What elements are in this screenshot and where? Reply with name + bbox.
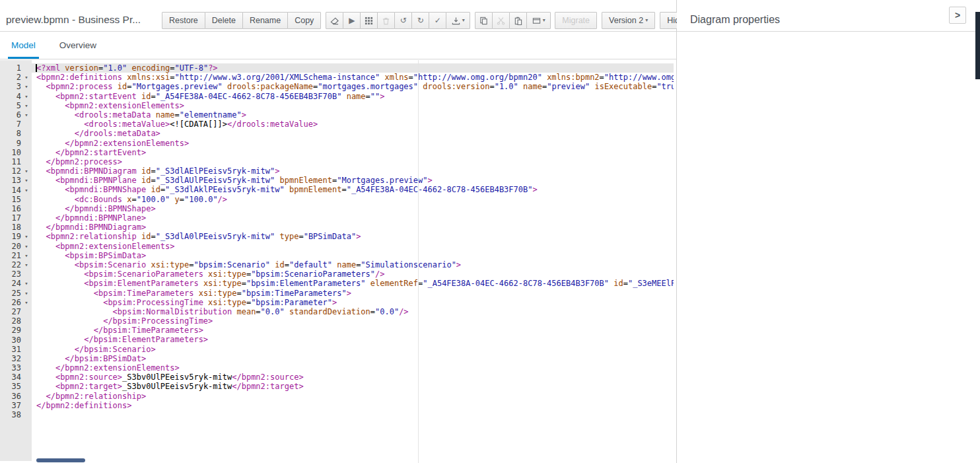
code-line[interactable]: <dc:Bounds x="100.0" y="100.0"/> bbox=[32, 195, 674, 204]
download-icon bbox=[452, 17, 460, 25]
line-number: 31 bbox=[1, 345, 21, 354]
code-line[interactable]: <bpmn2:process id="Mortgages.preview" dr… bbox=[32, 82, 674, 91]
line-number: 16 bbox=[1, 204, 21, 213]
cut-button[interactable] bbox=[492, 12, 510, 29]
caret-down-icon: ▾ bbox=[645, 18, 648, 23]
code-line[interactable]: <bpmndi:BPMNShape id="_S3dlAklPEeisv5ryk… bbox=[32, 185, 674, 194]
version-dropdown[interactable]: Version 2 ▾ bbox=[602, 12, 655, 29]
code-line[interactable]: <bpmn2:extensionElements> bbox=[32, 242, 674, 251]
h-scrollbar-thumb[interactable] bbox=[36, 458, 85, 462]
code-line[interactable]: <bpmndi:BPMNPlane id="_S3dlAUlPEeisv5ryk… bbox=[32, 176, 674, 185]
code-line[interactable]: </bpmn2:extensionElements> bbox=[32, 363, 674, 373]
code-line[interactable]: <bpmn2:startEvent id="_A54FE38A-04EC-466… bbox=[32, 92, 674, 101]
fold-caret-icon[interactable]: ▾ bbox=[21, 280, 32, 287]
dock-handle[interactable] bbox=[975, 12, 980, 79]
fold-caret-icon[interactable]: ▾ bbox=[21, 243, 32, 250]
migrate-button[interactable]: Migrate bbox=[555, 12, 597, 29]
line-number: 9 bbox=[1, 139, 21, 148]
copy-button[interactable]: Copy bbox=[287, 12, 321, 29]
line-number: 4 bbox=[1, 92, 21, 101]
line-number: 13 bbox=[1, 176, 21, 185]
fold-caret-icon[interactable]: ▾ bbox=[21, 168, 32, 174]
paste-button[interactable] bbox=[509, 12, 527, 29]
line-number: 19 bbox=[1, 232, 21, 241]
code-line[interactable]: </bpsim:BPSimDat> bbox=[32, 354, 674, 363]
code-line[interactable]: <drools:metaData name="elementname"> bbox=[32, 110, 674, 120]
copy-icon bbox=[479, 17, 488, 25]
line-number: 25 bbox=[1, 289, 21, 298]
code-line[interactable]: </bpmndi:BPMNShape> bbox=[32, 204, 674, 213]
code-line[interactable]: <?xml version="1.0" encoding="UTF-8"?> bbox=[32, 63, 674, 73]
collapse-panel-button[interactable]: > bbox=[949, 7, 966, 24]
code-line[interactable] bbox=[32, 410, 674, 419]
document-title: preview.bpmn - Business Pr... bbox=[6, 14, 162, 26]
undo-button[interactable]: ↺ bbox=[394, 12, 412, 29]
code-line[interactable]: </bpmn2:relationship> bbox=[32, 392, 674, 401]
line-number: 2 bbox=[1, 73, 21, 82]
code-line[interactable]: </bpmndi:BPMNPlane> bbox=[32, 213, 674, 223]
check-button[interactable]: ✓ bbox=[429, 12, 446, 29]
code-line[interactable]: </drools:metaData> bbox=[32, 129, 674, 138]
code-line[interactable]: <bpmn2:definitions xmlns:xsi="http://www… bbox=[32, 73, 674, 82]
fold-caret-icon[interactable]: ▾ bbox=[21, 252, 32, 259]
line-number: 21 bbox=[1, 251, 21, 260]
properties-title: Diagram properties bbox=[690, 14, 780, 26]
code-line[interactable]: </bpmn2:startEvent> bbox=[32, 148, 674, 157]
code-line[interactable]: </bpmn2:extensionElements> bbox=[32, 139, 674, 148]
xml-source-editor[interactable]: 12▾3▾4▾5▾6▾789101112▾13▾14▾1516171819▾20… bbox=[0, 60, 676, 463]
fold-caret-icon[interactable]: ▾ bbox=[21, 262, 32, 268]
code-line[interactable]: <bpmndi:BPMNDiagram id="_S3dlAElPEeisv5r… bbox=[32, 166, 674, 176]
form-button[interactable]: ▾ bbox=[526, 12, 551, 29]
code-line[interactable]: <bpmn2:target>_S3bv0UlPEeisv5ryk-mitw</b… bbox=[32, 382, 674, 391]
caret-down-icon: ▾ bbox=[462, 18, 465, 23]
trash-button[interactable] bbox=[377, 12, 395, 29]
editor-pane: preview.bpmn - Business Pr... RestoreDel… bbox=[0, 0, 677, 463]
rename-button[interactable]: Rename bbox=[242, 12, 288, 29]
code-line[interactable]: </bpsim:ElementParameters> bbox=[32, 335, 674, 344]
code-line[interactable]: </bpmn2:process> bbox=[32, 157, 674, 166]
code-line[interactable]: <bpmn2:relationship id="_S3dlA0lPEeisv5r… bbox=[32, 232, 674, 241]
code-line[interactable]: <bpsim:Scenario xsi:type="bpsim:Scenario… bbox=[32, 260, 674, 269]
code-line[interactable]: </bpsim:ProcessingTime> bbox=[32, 316, 674, 326]
tab-model[interactable]: Model bbox=[8, 32, 39, 59]
code-line[interactable]: <drools:metaValue><![CDATA[]]></drools:m… bbox=[32, 120, 674, 129]
delete-button[interactable]: Delete bbox=[205, 12, 243, 29]
asset-header: preview.bpmn - Business Pr... RestoreDel… bbox=[0, 0, 676, 32]
redo-icon: ↻ bbox=[417, 17, 424, 24]
code-line[interactable]: <bpmn2:extensionElements> bbox=[32, 101, 674, 110]
tab-overview[interactable]: Overview bbox=[56, 32, 100, 59]
fold-caret-icon[interactable]: ▾ bbox=[21, 102, 32, 109]
code-line[interactable]: </bpmndi:BPMNDiagram> bbox=[32, 223, 674, 232]
code-line[interactable]: <bpsim:ElementParameters xsi:type="bpsim… bbox=[32, 279, 674, 288]
fold-caret-icon[interactable]: ▾ bbox=[21, 187, 32, 194]
line-number: 7 bbox=[1, 120, 21, 129]
code-line[interactable]: </bpsim:TimeParameters> bbox=[32, 326, 674, 335]
download-button[interactable]: ▾ bbox=[446, 12, 470, 29]
paste-icon bbox=[514, 17, 522, 25]
play-button[interactable]: ▶ bbox=[343, 12, 361, 29]
fold-caret-icon[interactable]: ▾ bbox=[21, 290, 32, 297]
fold-caret-icon[interactable]: ▾ bbox=[21, 177, 32, 184]
code-line[interactable]: <bpsim:NormalDistribution mean="0.0" sta… bbox=[32, 307, 674, 316]
fold-caret-icon[interactable]: ▾ bbox=[21, 83, 32, 90]
redo-button[interactable]: ↻ bbox=[411, 12, 429, 29]
code-line[interactable]: <bpmn2:source>_S3bv0UlPEeisv5ryk-mitw</b… bbox=[32, 373, 674, 382]
restore-button[interactable]: Restore bbox=[162, 12, 205, 29]
code-line[interactable]: </bpmn2:definitions> bbox=[32, 401, 674, 410]
fold-caret-icon[interactable]: ▾ bbox=[21, 233, 32, 240]
fold-caret-icon[interactable]: ▾ bbox=[21, 299, 32, 306]
code-line[interactable]: <bpsim:ProcessingTime xsi:type="bpsim:Pa… bbox=[32, 298, 674, 307]
copy-button[interactable] bbox=[475, 12, 493, 29]
toolbar-icon-group-1: ▶↺↻✓▾ bbox=[326, 12, 470, 29]
fold-caret-icon[interactable]: ▾ bbox=[21, 93, 32, 100]
code-area[interactable]: <?xml version="1.0" encoding="UTF-8"?><b… bbox=[32, 63, 674, 419]
fold-caret-icon[interactable]: ▾ bbox=[21, 112, 32, 118]
code-line[interactable]: <bpsim:BPSimData> bbox=[32, 251, 674, 260]
grid-button[interactable] bbox=[360, 12, 378, 29]
code-line[interactable]: <bpsim:TimeParameters xsi:type="bpsim:Ti… bbox=[32, 289, 674, 298]
fold-caret-icon[interactable]: ▾ bbox=[21, 74, 32, 81]
code-line[interactable]: </bpsim:Scenario> bbox=[32, 345, 674, 354]
code-line[interactable]: <bpsim:ScenarioParameters xsi:type="bpsi… bbox=[32, 269, 674, 279]
line-number: 36 bbox=[1, 392, 21, 401]
eraser-button[interactable] bbox=[326, 12, 343, 29]
